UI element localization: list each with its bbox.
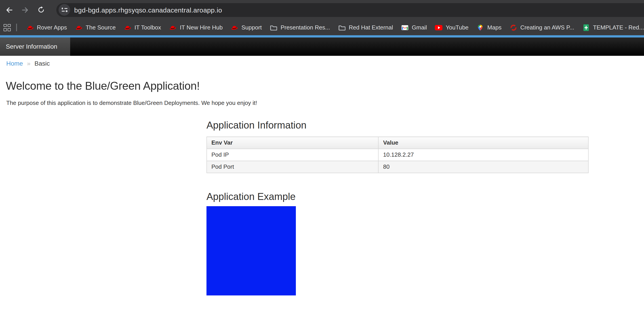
bookmark-label: IT New Hire Hub: [180, 24, 223, 31]
apps-grid-icon[interactable]: [4, 24, 11, 31]
bookmark-label: Creating an AWS P...: [520, 24, 574, 31]
bookmark-label: Rover Apps: [37, 24, 67, 31]
bookmark-label: Gmail: [412, 24, 427, 31]
nav-tab-server-information[interactable]: Server Information: [0, 37, 70, 56]
page-navbar: Server Information: [0, 37, 644, 56]
sheets-icon: [582, 24, 590, 31]
url-text[interactable]: bgd-bgd.apps.rhgsyqso.canadacentral.aroa…: [74, 6, 222, 14]
bookmark-the-source[interactable]: The Source: [71, 22, 120, 33]
breadcrumb-separator-icon: »: [27, 60, 30, 67]
app-example-heading: Application Example: [206, 191, 589, 203]
gmail-icon: [401, 24, 409, 31]
table-header-row: Env Var Value: [207, 137, 588, 149]
bookmark-red-hat-external[interactable]: Red Hat External: [334, 22, 397, 33]
column-header-value: Value: [378, 137, 588, 149]
redhat-icon: [231, 24, 238, 31]
youtube-icon: [435, 24, 443, 31]
nav-tab-label: Server Information: [6, 43, 57, 50]
redhat-icon: [169, 24, 177, 31]
bookmark-rover-apps[interactable]: Rover Apps: [22, 22, 71, 33]
breadcrumb-current: Basic: [34, 60, 50, 67]
openshift-icon: [510, 24, 517, 31]
cell-env-var: Pod IP: [207, 149, 378, 161]
table-row: Pod IP 10.128.2.27: [207, 149, 588, 161]
bookmark-presentation-resources[interactable]: Presentation Res...: [266, 22, 334, 33]
maps-icon: [477, 24, 484, 31]
bookmark-it-toolbox[interactable]: IT Toolbox: [120, 22, 165, 33]
browser-toolbar: bgd-bgd.apps.rhgsyqso.canadacentral.aroa…: [0, 0, 644, 20]
reload-button[interactable]: [35, 3, 47, 16]
bookmarks-divider: [16, 24, 17, 31]
table-row: Pod Port 80: [207, 161, 588, 173]
cell-value: 10.128.2.27: [378, 149, 588, 161]
breadcrumb: Home » Basic: [6, 60, 50, 67]
bookmark-label: The Source: [86, 24, 116, 31]
app-info-table: Env Var Value Pod IP 10.128.2.27 Pod Por…: [206, 137, 588, 173]
folder-icon: [270, 24, 278, 31]
page-subtitle: The purpose of this application is to de…: [6, 100, 257, 106]
browser-window: bgd-bgd.apps.rhgsyqso.canadacentral.aroa…: [0, 0, 644, 324]
deployment-color-box: [206, 206, 296, 296]
bookmark-label: Maps: [487, 24, 502, 31]
folder-icon: [338, 24, 346, 31]
bookmark-label: Red Hat External: [349, 24, 393, 31]
page-top-accent: [0, 35, 644, 37]
bookmark-it-new-hire-hub[interactable]: IT New Hire Hub: [165, 22, 227, 33]
forward-button[interactable]: [19, 3, 31, 16]
app-info-heading: Application Information: [206, 120, 589, 131]
page-title: Welcome to the Blue/Green Application!: [6, 79, 200, 92]
cell-value: 80: [378, 161, 588, 173]
bookmark-maps[interactable]: Maps: [472, 22, 506, 33]
cell-env-var: Pod Port: [207, 161, 378, 173]
application-info-section: Application Information Env Var Value Po…: [206, 120, 589, 296]
bookmark-label: Support: [242, 24, 262, 31]
bookmark-label: YouTube: [446, 24, 468, 31]
site-settings-icon[interactable]: [58, 4, 70, 16]
bookmark-label: IT Toolbox: [134, 24, 161, 31]
back-arrow-icon: [5, 5, 13, 14]
bookmark-creating-an-aws-p[interactable]: Creating an AWS P...: [506, 22, 578, 33]
breadcrumb-home-link[interactable]: Home: [6, 60, 23, 67]
bookmark-support[interactable]: Support: [227, 22, 266, 33]
back-button[interactable]: [3, 3, 15, 16]
bookmark-template-red[interactable]: TEMPLATE - Red...: [578, 22, 644, 33]
bookmark-gmail[interactable]: Gmail: [397, 22, 431, 33]
column-header-env-var: Env Var: [207, 137, 378, 149]
redhat-icon: [26, 24, 34, 31]
bookmark-label: Presentation Res...: [281, 24, 330, 31]
bookmark-youtube[interactable]: YouTube: [431, 22, 472, 33]
bookmark-label: TEMPLATE - Red...: [593, 24, 644, 31]
bookmarks-bar: Rover Apps The Source IT Toolbox: [0, 20, 644, 35]
redhat-icon: [75, 24, 82, 31]
url-bar[interactable]: bgd-bgd.apps.rhgsyqso.canadacentral.aroa…: [56, 3, 644, 17]
reload-icon: [37, 6, 45, 14]
redhat-icon: [124, 24, 132, 31]
forward-arrow-icon: [21, 5, 29, 14]
